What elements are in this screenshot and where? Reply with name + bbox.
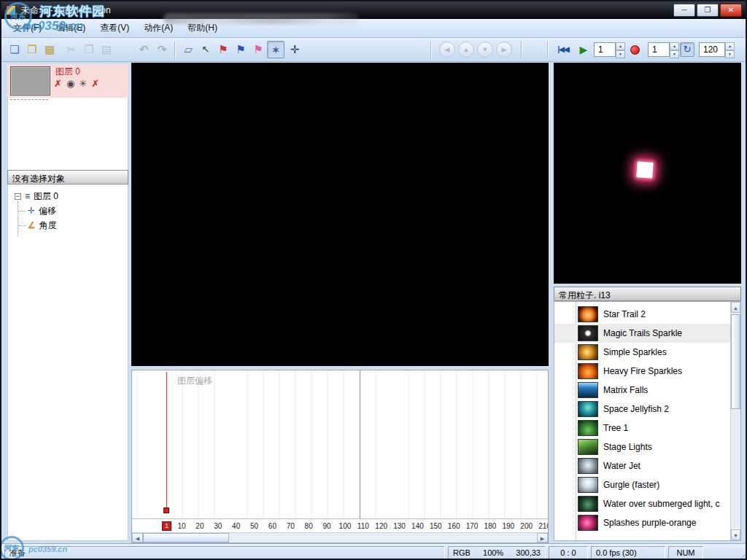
- ruler-tick: 210: [537, 522, 549, 530]
- ruler-tick: 90: [319, 522, 335, 530]
- ruler-tick: 170: [464, 522, 480, 530]
- close-button[interactable]: ✕: [720, 4, 742, 17]
- angle-icon: ∠: [28, 220, 36, 230]
- list-item[interactable]: Tree 1: [554, 419, 730, 438]
- tree-node-layer[interactable]: − ≡ 图层 0: [7, 189, 128, 203]
- spin-down-icon[interactable]: ▼: [616, 50, 625, 58]
- maximize-button[interactable]: ❐: [697, 4, 719, 17]
- list-item[interactable]: Splashes purple-orange: [554, 513, 730, 532]
- resize-grip[interactable]: [738, 551, 747, 560]
- record-indicator-icon[interactable]: ●: [630, 45, 640, 55]
- particle-thumbnail: [578, 496, 598, 512]
- status-time: 0 : 0: [549, 546, 588, 559]
- list-item[interactable]: Water Jet: [554, 456, 730, 475]
- timeline-scrollbar[interactable]: ◀ ▶: [132, 532, 548, 542]
- menu-file[interactable]: 文件(F): [6, 19, 49, 37]
- menu-edit[interactable]: 编辑(E): [49, 19, 93, 37]
- open-folder-icon[interactable]: ❒: [23, 41, 41, 58]
- list-item[interactable]: Heavy Fire Sparkles: [554, 362, 730, 381]
- list-item[interactable]: Gurgle (faster): [554, 475, 730, 494]
- current-frame-stepper[interactable]: ▲ ▼: [616, 42, 625, 57]
- scroll-down-icon[interactable]: ▼: [731, 529, 740, 540]
- tree-node-angle[interactable]: ∠ 角度: [7, 218, 128, 233]
- scrollbar-thumb[interactable]: [143, 533, 229, 542]
- scrollbar-thumb[interactable]: [731, 314, 740, 409]
- spin-up-icon[interactable]: ▲: [616, 42, 625, 50]
- list-item[interactable]: Matrix Falls: [554, 381, 730, 400]
- status-coords: 300,33: [516, 547, 541, 559]
- status-color-mode: RGB: [453, 547, 471, 559]
- move-tool-icon[interactable]: ✛: [286, 41, 303, 58]
- minimize-button[interactable]: ─: [673, 4, 695, 17]
- current-frame-input[interactable]: 1: [594, 42, 616, 57]
- select-tool-icon[interactable]: ↖: [197, 41, 214, 58]
- spin-up-icon[interactable]: ▲: [670, 42, 679, 50]
- list-item[interactable]: Water over submerged light, c: [554, 494, 730, 513]
- library-scrollbar[interactable]: ▲ ▼: [730, 302, 740, 540]
- layer-strip[interactable]: 图层 0 ✗ ◉ ✳ ✗: [7, 64, 128, 98]
- ruler-tick: 200: [519, 522, 535, 530]
- particle-thumbnail: [578, 477, 598, 493]
- particle-preview: [554, 63, 741, 284]
- particle-thumbnail: [578, 458, 598, 474]
- ruler-tick: 10: [174, 522, 190, 530]
- playhead-handle[interactable]: [163, 508, 169, 513]
- redo-icon: ↷: [153, 41, 171, 58]
- ruler-tick: 20: [192, 522, 208, 530]
- particle-thumbnail: [578, 325, 598, 341]
- start-frame-input[interactable]: 1: [648, 42, 670, 57]
- particle-label: Matrix Falls: [603, 385, 648, 395]
- ruler-tick: 120: [374, 522, 390, 530]
- offset-icon: ✛: [28, 206, 35, 216]
- end-frame-input[interactable]: 120: [699, 42, 725, 57]
- list-item[interactable]: Stage Lights: [554, 438, 730, 456]
- pink-flag-icon[interactable]: ⚑: [249, 41, 267, 58]
- menu-view[interactable]: 查看(V): [93, 19, 136, 37]
- list-item[interactable]: Space Jellyfish 2: [554, 400, 730, 419]
- layer-cross2-icon[interactable]: ✗: [91, 78, 99, 89]
- ruler-tick: 70: [282, 522, 298, 530]
- playhead-line: [166, 372, 167, 510]
- particle-label: Splashes purple-orange: [603, 518, 696, 528]
- particle-thumbnail: [578, 439, 598, 455]
- particle-label: Star Trail 2: [603, 309, 646, 319]
- particle-label: Magic Trails Sparkle: [603, 328, 682, 338]
- tree-node-offset[interactable]: ✛ 偏移: [7, 203, 128, 218]
- emitter-tool-icon[interactable]: ✶: [267, 41, 285, 58]
- blue-flag-icon[interactable]: ⚑: [232, 41, 249, 58]
- particle-thumbnail: [578, 306, 598, 322]
- list-item[interactable]: Star Trail 2: [554, 305, 730, 324]
- particle-thumbnail: [578, 344, 598, 360]
- save-icon[interactable]: ▦: [41, 41, 58, 58]
- ruler-tick: 180: [482, 522, 498, 530]
- layer-cross-icon[interactable]: ✗: [54, 78, 62, 89]
- spin-up-icon[interactable]: ▲: [725, 42, 735, 50]
- nav-up-icon: ▲: [458, 42, 474, 58]
- start-frame-stepper[interactable]: ▲ ▼: [670, 42, 679, 57]
- stage-shape-icon[interactable]: ▱: [179, 41, 197, 58]
- timeline-panel[interactable]: 图层偏移 1 10 20 30 40 50 60 70 80 90 100 11…: [131, 370, 549, 543]
- red-flag-icon[interactable]: ⚑: [214, 41, 232, 58]
- spin-down-icon[interactable]: ▼: [725, 50, 735, 58]
- scroll-up-icon[interactable]: ▲: [731, 302, 740, 313]
- layer-thumbnail[interactable]: [10, 66, 50, 96]
- list-item[interactable]: Simple Sparkles: [554, 343, 730, 362]
- selection-header: 没有选择对象: [7, 170, 128, 184]
- loop-toggle-icon[interactable]: ↻: [680, 42, 694, 57]
- spin-down-icon[interactable]: ▼: [670, 50, 679, 58]
- play-button[interactable]: ▶: [576, 42, 591, 58]
- app-icon: [6, 5, 16, 15]
- layer-circle-icon[interactable]: ◉: [66, 78, 74, 89]
- skip-to-start-button[interactable]: |◀◀: [553, 42, 573, 57]
- frame-ruler: 1 10 20 30 40 50 60 70 80 90 100 110 120…: [132, 518, 548, 532]
- stage-canvas[interactable]: [131, 63, 549, 366]
- library-header[interactable]: 常用粒子. i13: [554, 287, 741, 301]
- end-frame-stepper[interactable]: ▲ ▼: [725, 42, 735, 57]
- layer-sparkle-icon[interactable]: ✳: [79, 78, 87, 89]
- collapse-icon[interactable]: −: [15, 193, 21, 200]
- scroll-left-icon[interactable]: ◀: [132, 533, 143, 542]
- particle-thumbnail: [578, 515, 598, 531]
- list-item-selected[interactable]: Magic Trails Sparkle: [554, 324, 730, 343]
- new-project-icon[interactable]: ❏: [6, 41, 23, 58]
- scroll-right-icon[interactable]: ▶: [537, 533, 548, 542]
